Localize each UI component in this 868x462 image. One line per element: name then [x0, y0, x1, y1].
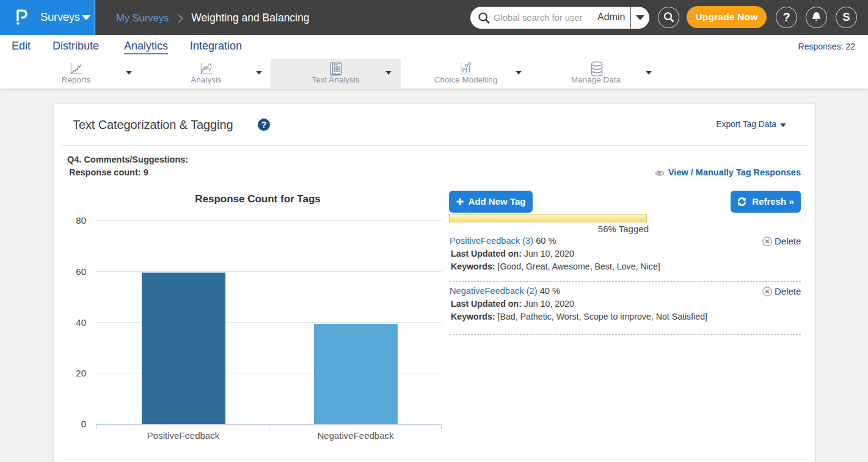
svg-text:Response Count for Tags: Response Count for Tags — [195, 193, 321, 205]
svg-text:80: 80 — [76, 215, 86, 226]
svg-text:60: 60 — [76, 266, 86, 277]
svg-text:PositiveFeedback: PositiveFeedback — [147, 430, 220, 441]
svg-text:20: 20 — [76, 368, 86, 378]
svg-text:40: 40 — [76, 317, 86, 328]
svg-text:NegativeFeedback: NegativeFeedback — [317, 430, 394, 441]
svg-text:0: 0 — [81, 419, 86, 429]
